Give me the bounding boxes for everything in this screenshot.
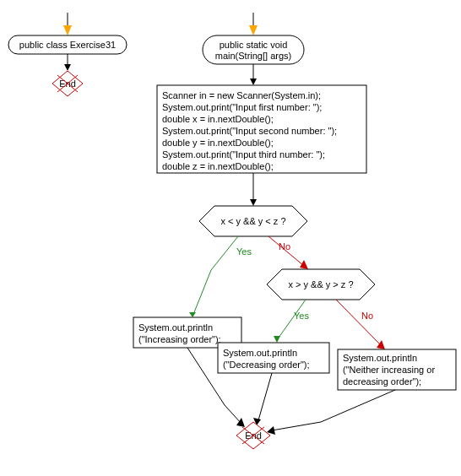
- neither-line3: decreasing order");: [343, 376, 421, 387]
- decreasing-line1: System.out.println: [223, 348, 297, 358]
- neither-line1: System.out.println: [343, 353, 417, 363]
- increasing-line2: ("Increasing order");: [138, 334, 221, 344]
- inc-arrow: [189, 312, 196, 317]
- code-line5: double y = in.nextDouble();: [162, 138, 274, 148]
- code-line2: System.out.print("Input first number: ")…: [162, 102, 322, 112]
- code-line6: System.out.print("Input third number: ")…: [162, 149, 325, 160]
- d1-no-label: No: [279, 241, 290, 252]
- d1-yes-label: Yes: [236, 246, 252, 257]
- decision1-text: x < y && y < z ?: [220, 216, 285, 226]
- code-line3: double x = in.nextDouble();: [162, 114, 274, 124]
- d2-yes-label: Yes: [294, 311, 309, 321]
- code-to-d1-arrow: [250, 199, 257, 206]
- d1-yes-line: [194, 236, 238, 312]
- dec-to-end: [258, 373, 272, 420]
- left-entry-arrow: [63, 25, 72, 35]
- left-header-text: public class Exercise31: [19, 40, 116, 50]
- code-line4: System.out.print("Input second number: "…: [162, 126, 337, 136]
- neither-to-end: [272, 390, 395, 430]
- right-entry-arrow: [249, 25, 258, 35]
- d2-no-label: No: [361, 311, 373, 321]
- neither-line2: ("Neither increasing or: [343, 365, 435, 375]
- decision2-text: x > y && y > z ?: [288, 279, 353, 289]
- increasing-line1: System.out.println: [138, 322, 213, 333]
- dec-arrow: [274, 336, 280, 343]
- d2-no-line: [336, 300, 382, 346]
- right-header-line1: public static void: [220, 40, 288, 50]
- code-line1: Scanner in = new Scanner(System.in);: [162, 90, 321, 100]
- flowchart-diagram: public class Exercise31 End public stati…: [0, 0, 461, 476]
- right-header-line2: main(String[] args): [215, 51, 291, 61]
- left-to-end-arrow: [64, 64, 71, 71]
- decreasing-line2: ("Decreasing order");: [223, 360, 310, 370]
- code-line7: double z = in.nextDouble();: [162, 161, 274, 171]
- header-to-code-arrow: [250, 78, 257, 85]
- d2-no-arrow: [377, 340, 385, 349]
- d1-no-arrow: [300, 260, 308, 269]
